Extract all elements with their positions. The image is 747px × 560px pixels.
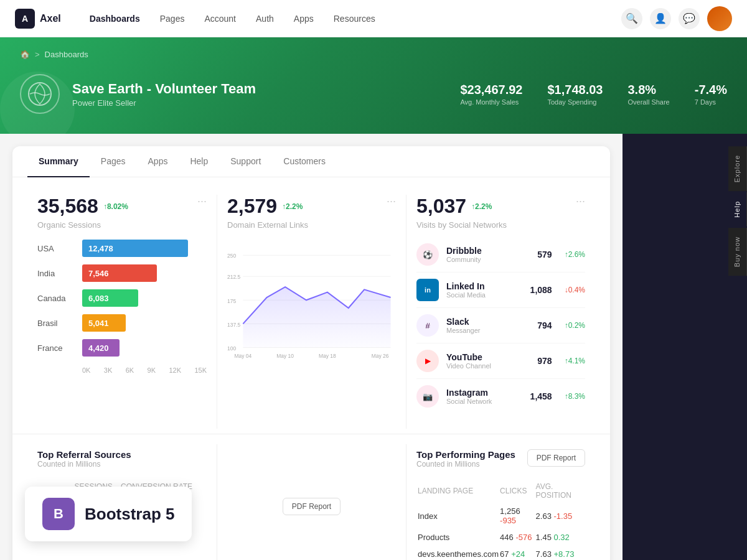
- axis-12k: 12K: [169, 366, 181, 374]
- social-row-instagram: 📷 Instagram Social Network 1,458 ↑8.3%: [416, 379, 585, 414]
- bar-container-usa: 12,478: [82, 240, 207, 257]
- referral-subtitle: Counted in Millions: [37, 460, 131, 469]
- country-row-india: India 7,546: [37, 264, 207, 282]
- nav-apps[interactable]: Apps: [285, 10, 322, 27]
- explore-sidebar-btn[interactable]: Explore: [728, 146, 747, 191]
- axis-6k: 6K: [126, 366, 134, 374]
- youtube-type: Video Channel: [446, 362, 491, 370]
- organic-sessions-more[interactable]: ···: [197, 195, 207, 208]
- dribbble-name: Dribbble: [446, 246, 482, 256]
- dribbble-count: 579: [537, 250, 552, 259]
- social-row-slack: # Slack Messanger 794 ↑0.2%: [416, 308, 585, 343]
- linkedin-name: Linked In: [446, 281, 486, 291]
- logo-icon: A: [15, 9, 35, 29]
- instagram-name: Instagram: [446, 388, 492, 398]
- bar-usa: 12,478: [82, 240, 188, 257]
- axis-9k: 9K: [148, 366, 156, 374]
- stat-label-4: 7 Days: [695, 98, 727, 106]
- tab-apps[interactable]: Apps: [137, 146, 179, 177]
- notifications-button[interactable]: 👤: [650, 8, 671, 29]
- pdf-report-card: PDF Report: [217, 444, 406, 560]
- social-info-linkedin: Linked In Social Media: [446, 281, 486, 299]
- stat-value-1: $23,467.92: [460, 83, 522, 97]
- stat-label-2: Today Spending: [548, 98, 603, 106]
- instagram-type: Social Network: [446, 398, 492, 405]
- bar-container-canada: 6,083: [82, 289, 207, 307]
- stat-today-spending: $1,748.03 Today Spending: [548, 83, 603, 106]
- domain-links-badge: ↑2.2%: [282, 202, 303, 211]
- slack-icon: #: [416, 314, 439, 337]
- pdf-report-button[interactable]: PDF Report: [283, 498, 341, 515]
- logo-area[interactable]: A Axel: [15, 9, 61, 29]
- bar-container-india: 7,546: [82, 264, 207, 282]
- performing-title: Top Performing Pages: [416, 449, 515, 460]
- team-title: Save Earth - Volunteer Team: [72, 81, 256, 97]
- country-row-brasil: Brasil 5,041: [37, 314, 207, 332]
- nav-dashboards[interactable]: Dashboards: [81, 10, 149, 27]
- slack-count: 794: [537, 320, 552, 330]
- performing-pages-card: Top Performing Pages Counted in Millions…: [406, 444, 595, 560]
- perf-row2-page: Products: [418, 530, 499, 545]
- breadcrumb: 🏠 > Dashboards: [20, 50, 727, 59]
- country-name-usa: USA: [37, 244, 75, 253]
- tab-help[interactable]: Help: [179, 146, 219, 177]
- performing-pdf-button[interactable]: PDF Report: [527, 449, 585, 467]
- tab-support[interactable]: Support: [219, 146, 272, 177]
- nav-account[interactable]: Account: [195, 10, 245, 27]
- country-name-canada: Canada: [37, 294, 75, 303]
- hero-banner: 🏠 > Dashboards Save Earth - Volunteer Te…: [0, 37, 747, 134]
- domain-links-more[interactable]: ···: [387, 195, 396, 208]
- country-name-brasil: Brasil: [37, 319, 75, 328]
- dribbble-type: Community: [446, 256, 482, 263]
- table-row: Index 1,256 -935 2.63 -1.35: [418, 503, 584, 528]
- country-row-canada: Canada 6,083: [37, 289, 207, 307]
- breadcrumb-separator: >: [35, 50, 40, 59]
- linkedin-count: 1,088: [530, 285, 552, 295]
- user-avatar[interactable]: [707, 6, 732, 31]
- bar-india: 7,546: [82, 264, 157, 282]
- dribbble-icon: ⚽: [416, 243, 439, 266]
- social-row-linkedin: in Linked In Social Media 1,088 ↓0.4%: [416, 273, 585, 308]
- nav-auth[interactable]: Auth: [247, 10, 283, 27]
- organic-sessions-badge: ↑8.02%: [103, 202, 128, 211]
- tab-customers[interactable]: Customers: [272, 146, 337, 177]
- stat-label-1: Avg. Monthly Sales: [460, 98, 522, 106]
- perf-col-clicks: CLICKS: [500, 480, 535, 502]
- stat-monthly-sales: $23,467.92 Avg. Monthly Sales: [460, 83, 522, 106]
- bar-container-brasil: 5,041: [82, 314, 207, 332]
- top-navigation: A Axel Dashboards Pages Account Auth App…: [0, 0, 747, 37]
- logo-text: Axel: [40, 13, 61, 24]
- axis-0k: 0K: [82, 366, 90, 374]
- country-name-france: France: [37, 343, 75, 353]
- social-info-youtube: YouTube Video Channel: [446, 352, 491, 370]
- bar-france: 4,420: [82, 339, 120, 357]
- country-bars: USA 12,478 India 7,546 Canada: [37, 230, 207, 374]
- help-sidebar-btn[interactable]: Help: [728, 192, 747, 226]
- search-button[interactable]: 🔍: [621, 8, 642, 29]
- nav-pages[interactable]: Pages: [151, 10, 194, 27]
- dribbble-change: ↑2.6%: [565, 250, 585, 259]
- perf-row1-position: 2.63 -1.35: [536, 503, 584, 528]
- referral-title: Top Referral Sources: [37, 449, 131, 460]
- perf-row2-clicks: 446 -576: [500, 530, 535, 545]
- buynow-sidebar-btn[interactable]: Buy now: [728, 228, 747, 276]
- bootstrap-icon: B: [42, 498, 75, 530]
- social-visits-more[interactable]: ···: [576, 195, 585, 208]
- stat-value-2: $1,748.03: [548, 83, 603, 97]
- country-row-france: France 4,420: [37, 339, 207, 357]
- nav-resources[interactable]: Resources: [325, 10, 384, 27]
- social-visits-badge: ↑2.2%: [471, 202, 492, 211]
- tab-pages[interactable]: Pages: [90, 146, 137, 177]
- axis-3k: 3K: [104, 366, 112, 374]
- linkedin-icon: in: [416, 279, 439, 301]
- svg-text:May 10: May 10: [276, 353, 294, 359]
- youtube-change: ↑4.1%: [565, 357, 585, 365]
- instagram-icon: 📷: [416, 385, 439, 408]
- tab-summary[interactable]: Summary: [27, 146, 90, 177]
- slack-name: Slack: [446, 317, 480, 327]
- tabs-bar: Summary Pages Apps Help Support Customer…: [12, 146, 610, 177]
- messages-button[interactable]: 💬: [679, 8, 700, 29]
- social-row-youtube: ▶ YouTube Video Channel 978 ↑4.1%: [416, 343, 585, 379]
- social-visits-label: Visits by Social Networks: [416, 220, 507, 230]
- svg-text:137.5: 137.5: [227, 322, 240, 328]
